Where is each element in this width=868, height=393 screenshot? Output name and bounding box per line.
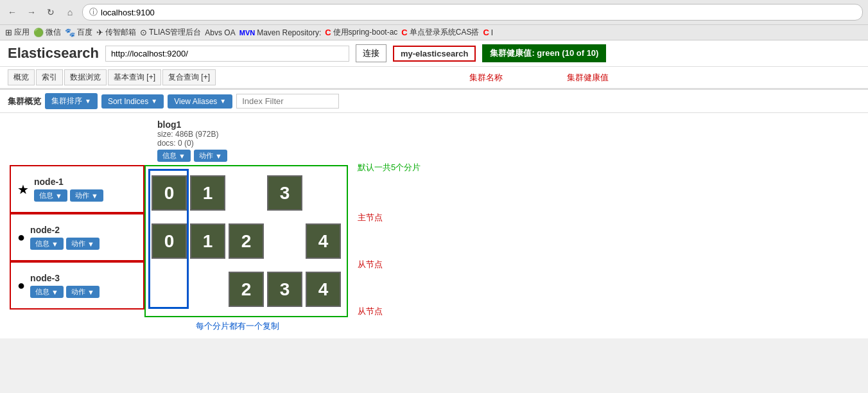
bookmark-apps-label: 应用 — [14, 27, 30, 38]
shard-n1-0: 0 — [152, 175, 187, 211]
springboot-icon: C — [325, 28, 331, 37]
annotation-replica1: 从节点 — [358, 259, 421, 270]
circle-icon: ● — [17, 230, 25, 245]
bookmark-more-label: I — [491, 28, 493, 37]
star-icon: ★ — [17, 182, 29, 197]
url-bar: ⓘ localhost:9100 — [82, 4, 863, 21]
app-title: Elasticsearch — [8, 45, 99, 62]
caret-down-icon: ▼ — [215, 152, 222, 160]
shard-n1-3: 3 — [267, 175, 302, 211]
node-1-row: ★ node-1 信息 ▼ 动作 ▼ — [10, 165, 144, 213]
view-aliases-button[interactable]: View Aliases ▼ — [168, 94, 232, 109]
cluster-health-label: 集群健康值 — [567, 72, 609, 83]
tab-basic[interactable]: 基本查询 [+] — [108, 69, 161, 85]
tlias-icon: ⊙ — [140, 28, 147, 37]
shard-n3-2: 2 — [229, 272, 264, 307]
bookmark-tlias[interactable]: ⊙ TLIAS管理后台 — [140, 27, 201, 38]
caret-icon: ▼ — [91, 192, 98, 200]
index-action-label: 动作 — [199, 151, 213, 161]
shards-grid: 0 1 2 3 4 0 1 2 3 4 0 1 2 3 4 — [144, 165, 348, 317]
node-2-action-button[interactable]: 动作 ▼ — [66, 238, 100, 250]
annotations-area: 默认一共5个分片 主节点 从节点 从节点 — [358, 165, 421, 317]
node-3-info-button[interactable]: 信息 ▼ — [30, 286, 64, 298]
annotation-replica2: 从节点 — [358, 306, 421, 317]
more-icon: C — [483, 28, 489, 37]
shard-n3-3: 3 — [267, 272, 302, 307]
bookmark-springboot[interactable]: C 使用spring-boot-ac — [325, 27, 397, 38]
bookmark-oa[interactable]: Abvs OA — [205, 28, 235, 37]
cluster-name-badge: my-elasticsearch — [393, 46, 476, 62]
circle-icon: ● — [17, 278, 25, 293]
mail-icon: ✈ — [96, 28, 103, 37]
bookmark-baidu-label: 百度 — [77, 27, 92, 38]
refresh-button[interactable]: ↻ — [44, 5, 58, 19]
annotation-default-shards: 默认一共5个分片 — [358, 162, 421, 173]
copy-note-text: 每个分片都有一个复制 — [196, 321, 279, 331]
es-url-input[interactable] — [105, 46, 349, 62]
caret-icon: ▼ — [51, 288, 58, 296]
index-info-button[interactable]: 信息 ▼ — [157, 150, 191, 162]
shard-n2-2: 2 — [229, 223, 264, 259]
annotation-replica2-text: 从节点 — [358, 306, 383, 316]
shard-n3-4: 4 — [306, 272, 341, 307]
back-button[interactable]: ← — [5, 5, 19, 19]
toolbar: 集群概览 集群排序 ▼ Sort Indices ▼ View Aliases … — [0, 90, 868, 113]
nodes-column: ★ node-1 信息 ▼ 动作 ▼ — [10, 165, 144, 317]
node-3-info-label: 信息 — [35, 287, 49, 297]
tab-overview[interactable]: 概览 — [8, 69, 35, 85]
node-1-info-label: 信息 — [39, 191, 53, 200]
tab-data[interactable]: 数据浏览 — [64, 69, 107, 85]
node-1-name: node-1 — [34, 177, 103, 187]
index-info-label: 信息 — [162, 151, 177, 161]
caret-down-icon: ▼ — [220, 98, 226, 105]
node-3-row: ● node-3 信息 ▼ 动作 ▼ — [10, 261, 144, 310]
bookmark-apps[interactable]: ⊞ 应用 — [5, 27, 30, 38]
index-info: blog1 size: 486B (972B) docs: 0 (0) 信息 ▼… — [157, 119, 858, 162]
bookmark-more[interactable]: C I — [483, 28, 493, 37]
annotation-default-shards-text: 默认一共5个分片 — [358, 162, 421, 172]
sort-indices-label: Sort Indices — [108, 97, 148, 106]
caret-down-icon: ▼ — [178, 152, 186, 160]
node-2-row: ● node-2 信息 ▼ 动作 ▼ — [10, 213, 144, 261]
copy-note-area: 每个分片都有一个复制 — [196, 320, 858, 332]
node-1-info-button[interactable]: 信息 ▼ — [34, 189, 67, 202]
bookmark-cas[interactable]: C 单点登录系统CAS搭 — [401, 27, 479, 38]
view-aliases-label: View Aliases — [174, 97, 217, 106]
bookmark-maven-label: Maven Repository: — [257, 28, 321, 37]
index-name: blog1 — [157, 119, 858, 130]
bookmark-cas-label: 单点登录系统CAS搭 — [410, 27, 480, 38]
bookmark-baidu[interactable]: 🐾 百度 — [65, 27, 92, 38]
node-3-action-button[interactable]: 动作 ▼ — [66, 286, 100, 298]
home-button[interactable]: ⌂ — [63, 5, 77, 19]
annotation-replica1-text: 从节点 — [358, 259, 383, 269]
shard-n2-4: 4 — [306, 223, 341, 259]
bookmark-oa-label: Abvs OA — [205, 28, 235, 37]
nav-bar: 概览 索引 数据浏览 基本查询 [+] 复合查询 [+] 集群名称 集群健康值 — [0, 67, 868, 89]
node-1-info: node-1 信息 ▼ 动作 ▼ — [34, 177, 103, 202]
connect-button[interactable]: 连接 — [356, 44, 386, 62]
node-1-action-label: 动作 — [75, 191, 89, 200]
sort-cluster-button[interactable]: 集群排序 ▼ — [45, 93, 98, 109]
shard-n1-1: 1 — [190, 175, 225, 211]
node-1-action-button[interactable]: 动作 ▼ — [70, 189, 103, 202]
browser-bar: ← → ↻ ⌂ ⓘ localhost:9100 — [0, 0, 868, 25]
url-text: localhost:9100 — [101, 8, 155, 17]
sort-indices-button[interactable]: Sort Indices ▼ — [101, 94, 164, 109]
node-2-action-label: 动作 — [71, 239, 85, 249]
index-action-button[interactable]: 动作 ▼ — [194, 150, 227, 162]
forward-button[interactable]: → — [24, 5, 39, 19]
nav-area: 概览 索引 数据浏览 基本查询 [+] 复合查询 [+] 集群名称 集群健康值 — [0, 67, 868, 90]
caret-down-icon: ▼ — [151, 98, 157, 105]
tab-compound[interactable]: 复合查询 [+] — [162, 69, 216, 85]
section-label: 集群概览 — [8, 96, 41, 107]
caret-icon: ▼ — [87, 240, 94, 248]
cluster-health-badge: 集群健康值: green (10 of 10) — [482, 44, 606, 62]
bookmark-chuanzhi[interactable]: ✈ 传智邮箱 — [96, 27, 136, 38]
node-2-info-button[interactable]: 信息 ▼ — [30, 238, 64, 250]
index-filter-input[interactable] — [236, 94, 339, 109]
bookmark-maven[interactable]: MVN Maven Repository: — [239, 28, 322, 37]
tab-index[interactable]: 索引 — [36, 69, 63, 85]
cluster-visualization: ★ node-1 信息 ▼ 动作 ▼ — [10, 165, 858, 317]
bookmark-wechat[interactable]: 🟢 微信 — [33, 27, 61, 38]
info-icon: ⓘ — [89, 6, 98, 18]
